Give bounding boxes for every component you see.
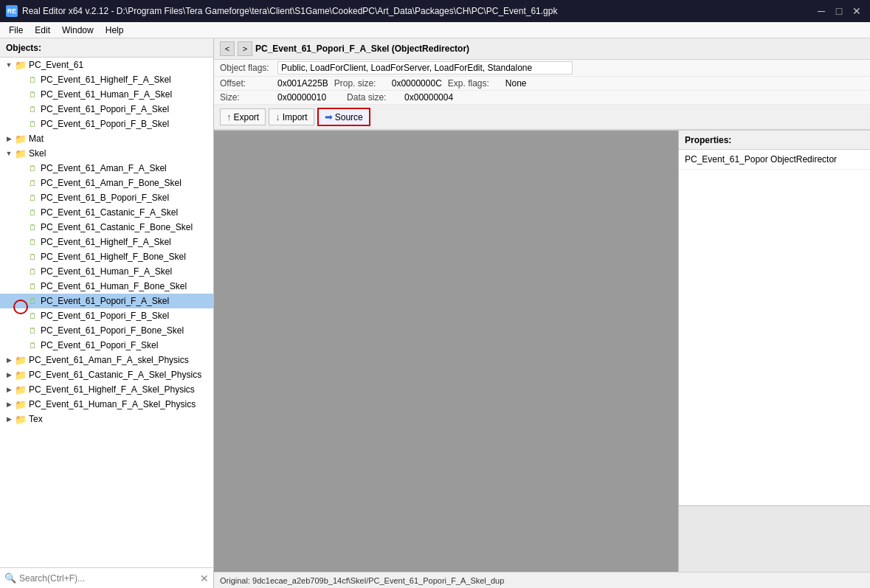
import-button[interactable]: ↓ Import <box>269 108 314 125</box>
property-label-0: PC_Event_61_Popor ObjectRedirector <box>685 154 837 165</box>
search-clear-button[interactable]: ✕ <box>200 573 209 584</box>
tree-label-skel: Skel <box>29 148 46 159</box>
tree-item-s12[interactable]: 🗒 PC_Event_61_Popori_F_Bone_Skel <box>0 323 213 338</box>
size-value: 0x00000010 <box>277 92 326 103</box>
toolbar: ↑ Export ↓ Import ➡ Source <box>214 105 870 130</box>
tree-label-s12: PC_Event_61_Popori_F_Bone_Skel <box>41 325 184 336</box>
datasize-value: 0x00000004 <box>404 92 453 103</box>
tree-item-p1[interactable]: ▶ 📁 PC_Event_61_Aman_F_A_skel_Physics <box>0 353 213 367</box>
tree-item-mat[interactable]: ▶ 📁 Mat <box>0 131 213 146</box>
maximize-button[interactable]: □ <box>832 4 846 18</box>
file-icon-s3: 🗒 <box>27 192 38 204</box>
folder-icon-p1: 📁 <box>15 354 27 366</box>
tree-item-s3[interactable]: 🗒 PC_Event_61_B_Popori_F_Skel <box>0 190 213 205</box>
tree-toggle-tex[interactable]: ▶ <box>3 413 15 425</box>
tree-item-s5[interactable]: 🗒 PC_Event_61_Castanic_F_Bone_Skel <box>0 220 213 235</box>
menu-help[interactable]: Help <box>100 22 130 38</box>
tree-label-s9: PC_Event_61_Human_F_Bone_Skel <box>41 281 187 291</box>
tree-item-s9[interactable]: 🗒 PC_Event_61_Human_F_Bone_Skel <box>0 279 213 294</box>
tree-item-skel[interactable]: ▼ 📁 Skel <box>0 146 213 161</box>
tree-item-s6[interactable]: 🗒 PC_Event_61_Highelf_F_A_Skel <box>0 235 213 249</box>
app-logo: RE <box>6 5 18 17</box>
tree-item-p3[interactable]: ▶ 📁 PC_Event_61_Highelf_F_A_Skel_Physics <box>0 382 213 397</box>
tree-item-s10[interactable]: 🗒 PC_Event_61_Popori_F_A_Skel <box>0 294 213 308</box>
file-icon-f1: 🗒 <box>27 74 38 86</box>
nav-prev-button[interactable]: < <box>220 41 235 56</box>
datasize-label: Data size: <box>347 92 398 103</box>
tree-toggle-p3[interactable]: ▶ <box>3 384 15 395</box>
tree-item-s4[interactable]: 🗒 PC_Event_61_Castanic_F_A_Skel <box>0 205 213 220</box>
propsize-value: 0x0000000C <box>392 78 442 89</box>
tree-label-s3: PC_Event_61_B_Popori_F_Skel <box>41 193 169 203</box>
tree-item-s13[interactable]: 🗒 PC_Event_61_Popori_F_Skel <box>0 338 213 353</box>
search-icon: 🔍 <box>4 573 16 584</box>
source-button[interactable]: ➡ Source <box>317 108 370 126</box>
tree-label-p3: PC_Event_61_Highelf_F_A_Skel_Physics <box>29 384 195 395</box>
tree-label-s1: PC_Event_61_Aman_F_A_Skel <box>41 163 167 173</box>
tree-label-f1: PC_Event_61_Highelf_F_A_Skel <box>41 75 171 85</box>
folder-icon-mat: 📁 <box>15 133 27 145</box>
export-button[interactable]: ↑ Export <box>220 108 266 125</box>
tree-label-s4: PC_Event_61_Castanic_F_A_Skel <box>41 207 178 218</box>
minimize-button[interactable]: ─ <box>814 4 829 18</box>
tree-label-s11: PC_Event_61_Popori_F_B_Skel <box>41 311 169 321</box>
tree-item-s1[interactable]: 🗒 PC_Event_61_Aman_F_A_Skel <box>0 161 213 176</box>
folder-icon-p3: 📁 <box>15 384 27 395</box>
properties-content: PC_Event_61_Popor ObjectRedirector <box>679 150 870 505</box>
menu-window[interactable]: Window <box>56 22 100 38</box>
status-bar: Original: 9dc1ecae_a2eb709b_14cf\Skel/PC… <box>214 572 870 588</box>
tree-area[interactable]: ▼ 📁 PC_Event_61 🗒 PC_Event_61_Highelf_F_… <box>0 58 213 567</box>
menu-file[interactable]: File <box>3 22 29 38</box>
file-icon-s7: 🗒 <box>27 251 38 263</box>
tree-toggle-root[interactable]: ▼ <box>3 59 15 71</box>
property-item-0[interactable]: PC_Event_61_Popor ObjectRedirector <box>679 150 870 170</box>
file-icon-s11: 🗒 <box>27 310 38 322</box>
tree-toggle-mat[interactable]: ▶ <box>3 133 15 145</box>
tree-label-p4: PC_Event_61_Human_F_A_Skel_Physics <box>29 399 196 409</box>
file-icon-s12: 🗒 <box>27 325 38 336</box>
properties-header: Properties: <box>679 131 870 150</box>
tree-item-p2[interactable]: ▶ 📁 PC_Event_61_Castanic_F_A_Skel_Physic… <box>0 367 213 382</box>
tree-label-s13: PC_Event_61_Popori_F_Skel <box>41 340 158 350</box>
right-panel: < > PC_Event_61_Popori_F_A_Skel (ObjectR… <box>214 38 870 588</box>
tree-toggle-skel[interactable]: ▼ <box>3 148 15 159</box>
folder-icon-skel: 📁 <box>15 148 27 159</box>
tree-toggle-p2[interactable]: ▶ <box>3 369 15 381</box>
tree-label-s5: PC_Event_61_Castanic_F_Bone_Skel <box>41 222 193 232</box>
flags-value: Public, LoadForClient, LoadForServer, Lo… <box>277 61 573 75</box>
folder-icon-root: 📁 <box>15 59 27 71</box>
tree-item-f4[interactable]: 🗒 PC_Event_61_Popori_F_B_Skel <box>0 117 213 131</box>
tree-item-root[interactable]: ▼ 📁 PC_Event_61 <box>0 58 213 72</box>
tree-label-mat: Mat <box>29 134 44 144</box>
menu-edit[interactable]: Edit <box>29 22 56 38</box>
search-input[interactable] <box>19 573 197 584</box>
nav-next-button[interactable]: > <box>238 41 252 56</box>
left-panel: Objects: ▼ 📁 PC_Event_61 🗒 PC_Event_61_H… <box>0 38 214 588</box>
main-area: Objects: ▼ 📁 PC_Event_61 🗒 PC_Event_61_H… <box>0 38 870 588</box>
folder-icon-p4: 📁 <box>15 398 27 410</box>
circle-indicator <box>13 300 28 314</box>
tree-item-s11[interactable]: 🗒 PC_Event_61_Popori_F_B_Skel <box>0 308 213 323</box>
tree-label-tex: Tex <box>29 414 43 424</box>
tree-label-f4: PC_Event_61_Popori_F_B_Skel <box>41 119 169 129</box>
tree-item-s7[interactable]: 🗒 PC_Event_61_Highelf_F_Bone_Skel <box>0 249 213 264</box>
tree-label-f2: PC_Event_61_Human_F_A_Skel <box>41 89 172 100</box>
tree-item-p4[interactable]: ▶ 📁 PC_Event_61_Human_F_A_Skel_Physics <box>0 397 213 412</box>
expflags-label: Exp. flags: <box>448 78 500 89</box>
tree-toggle-p4[interactable]: ▶ <box>3 398 15 410</box>
tree-item-s2[interactable]: 🗒 PC_Event_61_Aman_F_Bone_Skel <box>0 176 213 190</box>
properties-panel: Properties: PC_Event_61_Popor ObjectRedi… <box>678 131 870 572</box>
file-icon-s10: 🗒 <box>27 295 38 307</box>
file-icon-s9: 🗒 <box>27 280 38 292</box>
tree-item-tex[interactable]: ▶ 📁 Tex <box>0 412 213 426</box>
folder-icon-tex: 📁 <box>15 413 27 425</box>
tree-label-p1: PC_Event_61_Aman_F_A_skel_Physics <box>29 355 189 365</box>
tree-item-f1[interactable]: 🗒 PC_Event_61_Highelf_F_A_Skel <box>0 72 213 87</box>
tree-item-s8[interactable]: 🗒 PC_Event_61_Human_F_A_Skel <box>0 264 213 279</box>
tree-item-f3[interactable]: 🗒 PC_Event_61_Popori_F_A_Skel <box>0 102 213 117</box>
tree-toggle-p1[interactable]: ▶ <box>3 354 15 366</box>
close-button[interactable]: ✕ <box>849 4 864 18</box>
tree-label-s7: PC_Event_61_Highelf_F_Bone_Skel <box>41 252 186 262</box>
tree-item-f2[interactable]: 🗒 PC_Event_61_Human_F_A_Skel <box>0 87 213 102</box>
title-bar: RE Real Editor x64 v.2.12 - D:\Program F… <box>0 0 870 22</box>
